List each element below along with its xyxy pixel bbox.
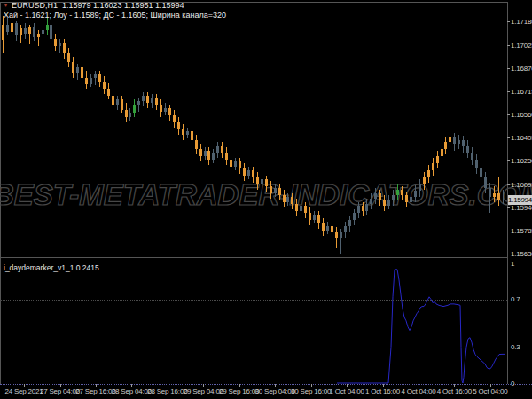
time-axis-label: 29 Sep 16:00 [219, 387, 259, 395]
price-axis-tick [507, 207, 510, 208]
price-axis-tick [507, 45, 510, 46]
chevron-down-icon[interactable]: ▼ [3, 2, 9, 8]
time-axis-label: 27 Sep 16:00 [75, 387, 115, 395]
indicator-value: 0.2415 [76, 263, 99, 272]
price-axis-tick [507, 114, 510, 115]
price-axis-label: 1.15630 [511, 250, 532, 258]
time-axis-label: 1 Oct 04:00 [330, 387, 364, 395]
indicator-gridline [0, 348, 507, 348]
indicator-scale-label: 0.3 [511, 343, 520, 351]
price-axis-tick [507, 21, 510, 22]
current-price-label: 1.15994 [508, 195, 532, 205]
price-axis-tick [507, 231, 510, 231]
indicator-gridline [0, 300, 507, 301]
price-axis-label: 1.16560 [511, 111, 532, 119]
time-axis-label: 30 Sep 16:00 [291, 387, 331, 395]
price-axis-label: 1.16870 [511, 65, 532, 73]
price-axis-label: 1.17025 [511, 42, 532, 50]
price-axis-label: 1.16095 [511, 181, 532, 189]
price-axis-tick [507, 91, 510, 92]
price-axis-label: 1.16405 [511, 134, 532, 142]
price-chart-canvas[interactable] [0, 0, 507, 259]
time-axis-label: 28 Sep 04:00 [112, 387, 152, 395]
time-axis-label: 5 Oct 04:00 [473, 387, 507, 395]
indicator-chart-canvas[interactable] [0, 262, 507, 385]
price-axis-tick [507, 160, 510, 161]
time-axis-label: 28 Sep 16:00 [147, 387, 187, 395]
time-axis-label: 30 Sep 04:00 [255, 387, 295, 395]
ohlc-values: 1.15979 1.16023 1.15951 1.15994 [62, 1, 184, 10]
time-axis-label: 27 Sep 04:00 [40, 387, 80, 395]
indicator-name: i_daydemarker_v1_1 [4, 263, 74, 272]
price-axis-tick [507, 137, 510, 138]
price-axis-tick [507, 184, 510, 185]
indicator-scale-label: 1 [511, 260, 514, 268]
price-axis-tick [507, 68, 510, 69]
indicator-name-label: i_daydemarker_v1_1 0.2415 [4, 263, 99, 272]
time-axis-label: 1 Oct 16:00 [365, 387, 400, 395]
channel-info-line: Хай - 1.1621; Лоу - 1.1589; ДС - 1.1605;… [4, 11, 226, 20]
price-axis-tick [507, 254, 510, 254]
time-axis-label: 24 Sep 2021 [4, 387, 43, 395]
price-axis-label: 1.15785 [511, 227, 532, 235]
price-axis-label: 1.17180 [511, 18, 532, 26]
price-axis-label: 1.16250 [511, 157, 532, 165]
time-axis-label: 29 Sep 04:00 [184, 387, 223, 395]
price-axis-label: 1.15940 [511, 204, 532, 212]
indicator-scale-label: 0 [511, 379, 514, 387]
price-axis-label: 1.16715 [511, 88, 532, 96]
symbol-timeframe-label: EURUSD,H1 [12, 1, 58, 10]
time-axis-label: 4 Oct 16:00 [437, 387, 472, 395]
symbol-ohlc-line: ▼EURUSD,H1 1.15979 1.16023 1.15951 1.159… [3, 1, 184, 10]
indicator-scale-label: 0.7 [511, 295, 520, 303]
metatrader-chart-window: BEST-METATRADER-INDICATORS.COM ▼EURUSD,H… [0, 0, 532, 399]
time-axis-label: 4 Oct 04:00 [401, 387, 435, 395]
